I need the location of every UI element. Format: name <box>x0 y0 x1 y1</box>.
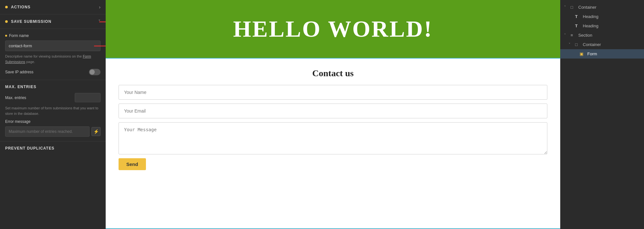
tree-label-form-1: Form <box>587 51 640 56</box>
save-ip-label: Save IP address <box>5 70 34 74</box>
tree-label-container-2: Container <box>583 42 640 47</box>
save-ip-toggle[interactable] <box>89 69 101 75</box>
prevent-duplicates-title: PREVENT DUPLICATES <box>5 146 101 151</box>
message-field[interactable] <box>119 122 547 154</box>
actions-dot <box>5 6 8 8</box>
max-entries-label: Max. entries <box>5 96 26 100</box>
prevent-duplicates-section: PREVENT DUPLICATES <box>0 142 106 155</box>
hero-section: HELLO WORLD! <box>106 0 560 58</box>
right-panel: ˅ □ Container ˅ T Heading ˅ T Heading ˅ … <box>560 0 644 229</box>
save-ip-row: Save IP address <box>5 69 101 75</box>
save-submission-title: SAVE SUBMISSION <box>11 19 98 24</box>
form-name-dot <box>5 35 7 37</box>
container-icon-2: □ <box>575 42 581 47</box>
save-submission-section-header[interactable]: SAVE SUBMISSION ˅ <box>0 14 106 29</box>
tree-item-container-1[interactable]: ˅ □ Container <box>560 3 644 12</box>
section-icon-1: ≡ <box>571 33 576 38</box>
form-name-description: Descriptive name for viewing submissions… <box>5 54 101 64</box>
error-input-row: ⚡ <box>5 126 101 137</box>
send-button[interactable]: Send <box>119 158 146 170</box>
canvas-area: HELLO WORLD! Contact us Send <box>106 0 560 229</box>
max-entries-input[interactable] <box>75 93 101 102</box>
chevron-icon: ˅ <box>564 33 569 37</box>
max-entries-description: Set maximum number of form submissions t… <box>5 105 101 116</box>
tree-label-heading-1: Heading <box>583 14 640 19</box>
save-submission-content: Form name Descriptive name for viewing s… <box>0 29 106 80</box>
tree-label-heading-2: Heading <box>583 23 640 28</box>
save-submission-chevron: ˅ <box>98 19 101 24</box>
left-panel: ACTIONS › SAVE SUBMISSION ˅ Form name <box>0 0 106 229</box>
hero-title: HELLO WORLD! <box>233 16 433 42</box>
chevron-icon: ˅ <box>569 42 573 47</box>
error-message-input[interactable] <box>5 126 90 137</box>
error-message-label: Error message <box>5 119 101 124</box>
tree-label-section-1: Section <box>578 33 640 38</box>
form-section: Contact us Send <box>106 58 560 229</box>
actions-section-header[interactable]: ACTIONS › <box>0 0 106 14</box>
tree-item-container-2[interactable]: ˅ □ Container <box>560 40 644 49</box>
actions-title: ACTIONS <box>11 5 99 9</box>
max-entries-section: MAX. ENTRIES Max. entries Set maximum nu… <box>0 80 106 142</box>
lightning-button[interactable]: ⚡ <box>91 127 101 136</box>
form-name-label: Form name <box>5 33 101 38</box>
actions-chevron: › <box>99 5 101 10</box>
tree-item-section-1[interactable]: ˅ ≡ Section <box>560 31 644 40</box>
heading-icon-2: T <box>575 23 581 28</box>
email-field[interactable] <box>119 104 547 118</box>
form-title: Contact us <box>119 68 547 78</box>
container-icon-1: □ <box>571 5 576 10</box>
form-name-input[interactable] <box>5 41 101 51</box>
save-submission-dot <box>5 20 8 23</box>
chevron-icon: ˅ <box>564 5 569 9</box>
tree-item-heading-1[interactable]: ˅ T Heading <box>560 12 644 21</box>
form-icon-1: ▣ <box>580 51 585 56</box>
tree-item-form-1[interactable]: ˅ ▣ Form <box>560 49 644 59</box>
max-entries-title: MAX. ENTRIES <box>5 85 101 89</box>
tree-label-container-1: Container <box>578 5 640 10</box>
max-entries-row: Max. entries <box>5 93 101 102</box>
heading-icon-1: T <box>575 14 581 19</box>
name-field[interactable] <box>119 85 547 100</box>
tree-item-heading-2[interactable]: ˅ T Heading <box>560 21 644 31</box>
